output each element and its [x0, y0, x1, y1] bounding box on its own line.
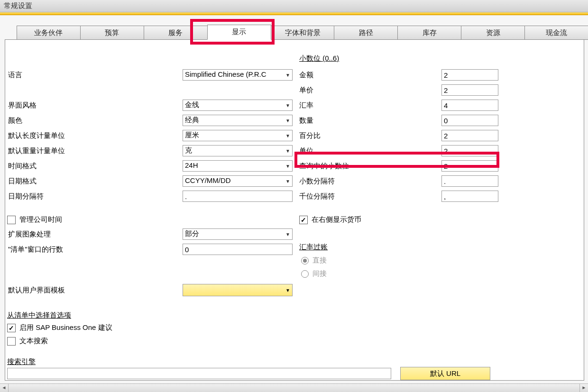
thou-sep-label: 千位分隔符 [299, 192, 441, 201]
tab-resource[interactable]: 资源 [461, 26, 525, 40]
dec-price-input[interactable] [441, 84, 498, 96]
date-format-label: 日期格式 [7, 177, 183, 186]
manage-company-time-checkbox[interactable] [7, 216, 16, 224]
chevron-down-icon: ▼ [285, 133, 290, 138]
radio-direct-label: 直接 [312, 256, 327, 265]
text-search-label: 文本搜索 [19, 337, 48, 346]
time-format-combo[interactable]: 24H▼ [183, 160, 293, 172]
horizontal-scrollbar[interactable]: ◄ ► [0, 383, 588, 392]
date-sep-input[interactable] [183, 191, 293, 202]
ext-img-label: 扩展图象处理 [7, 230, 183, 239]
display-panel: 语言 Simplified Chinese (P.R.C▼ 界面风格 金线▼ 颜… [5, 39, 584, 381]
scroll-left-icon[interactable]: ◄ [0, 384, 9, 392]
preferences-heading: 从清单中选择首选项 [7, 311, 71, 320]
tab-budget[interactable]: 预算 [80, 26, 144, 40]
color-combo[interactable]: 经典▼ [183, 115, 293, 126]
list-rows-input[interactable] [183, 244, 293, 255]
dec-query-input[interactable] [441, 160, 498, 172]
tab-inventory[interactable]: 库存 [397, 26, 461, 40]
dec-units-label: 单位 [299, 146, 441, 155]
tab-bar: 业务伙伴 预算 服务 显示 字体和背景 路径 库存 资源 现金流 [0, 26, 588, 40]
dec-sep-label: 小数分隔符 [299, 177, 441, 186]
weight-unit-combo[interactable]: 克▼ [183, 145, 293, 156]
dec-pct-label: 百分比 [299, 131, 441, 140]
dec-rate-label: 汇率 [299, 101, 441, 110]
dec-price-label: 单价 [299, 86, 441, 95]
window-title-bar: 常规设置 [0, 0, 588, 12]
general-settings-window: 常规设置 业务伙伴 预算 服务 显示 字体和背景 路径 库存 资源 现金流 语言… [0, 0, 588, 392]
scroll-right-icon[interactable]: ► [579, 384, 588, 392]
dec-amount-label: 金额 [299, 71, 441, 80]
tab-display[interactable]: 显示 [207, 25, 271, 40]
dec-amount-input[interactable] [441, 69, 498, 81]
exchange-rate-posting-heading: 汇率过账 [299, 243, 328, 252]
show-currency-right-checkbox[interactable] [299, 216, 308, 224]
language-combo[interactable]: Simplified Chinese (P.R.C▼ [183, 69, 293, 81]
chevron-down-icon: ▼ [285, 118, 290, 123]
radio-indirect-label: 间接 [312, 269, 327, 278]
length-unit-combo[interactable]: 厘米▼ [183, 130, 293, 141]
length-unit-label: 默认长度计量单位 [7, 131, 183, 140]
show-currency-right-label: 在右侧显示货币 [312, 215, 361, 224]
color-label: 颜色 [7, 116, 183, 125]
window-title: 常规设置 [4, 1, 32, 9]
tab-cashflow[interactable]: 现金流 [524, 26, 588, 40]
language-label: 语言 [7, 71, 183, 80]
date-sep-label: 日期分隔符 [7, 192, 183, 201]
radio-indirect[interactable] [301, 270, 309, 278]
chevron-down-icon: ▼ [285, 288, 290, 293]
date-format-combo[interactable]: CCYY/MM/DD▼ [183, 175, 293, 187]
chevron-down-icon: ▼ [285, 232, 290, 237]
tab-service[interactable]: 服务 [144, 26, 208, 40]
accent-strip [0, 12, 588, 15]
chevron-down-icon: ▼ [285, 179, 290, 184]
chevron-down-icon: ▼ [285, 73, 290, 78]
default-url-button[interactable]: 默认 URL [400, 367, 490, 380]
text-search-checkbox[interactable] [7, 337, 16, 346]
dec-qty-label: 数量 [299, 116, 441, 125]
decimals-heading[interactable]: 小数位 (0..6) [299, 54, 339, 63]
enable-sap-suggestion-label: 启用 SAP Business One 建议 [19, 323, 112, 332]
dec-sep-input[interactable] [441, 175, 498, 187]
ui-template-label: 默认用户界面模板 [7, 286, 183, 295]
search-engine-input[interactable] [7, 368, 391, 379]
skin-label: 界面风格 [7, 101, 183, 110]
dec-rate-input[interactable] [441, 100, 498, 111]
chevron-down-icon: ▼ [285, 103, 290, 108]
tab-path[interactable]: 路径 [334, 26, 398, 40]
tab-font-background[interactable]: 字体和背景 [271, 26, 335, 40]
dec-units-input[interactable] [441, 145, 498, 156]
dec-query-label: 查询中的小数位 [299, 162, 441, 171]
weight-unit-label: 默认重量计量单位 [7, 146, 183, 155]
list-rows-label: "清单"窗口的行数 [7, 245, 183, 254]
ui-template-combo[interactable]: ▼ [183, 284, 293, 296]
radio-direct[interactable] [301, 257, 309, 264]
manage-company-time-label: 管理公司时间 [19, 215, 62, 224]
ext-img-combo[interactable]: 部分▼ [183, 228, 293, 240]
search-engine-heading: 搜索引擎 [7, 357, 36, 366]
enable-sap-suggestion-checkbox[interactable] [7, 324, 16, 332]
dec-pct-input[interactable] [441, 130, 498, 141]
thou-sep-input[interactable] [441, 191, 498, 202]
tab-business-partner[interactable]: 业务伙伴 [17, 26, 81, 40]
dec-qty-input[interactable] [441, 115, 498, 126]
chevron-down-icon: ▼ [285, 164, 290, 169]
time-format-label: 时间格式 [7, 162, 183, 171]
skin-combo[interactable]: 金线▼ [183, 100, 293, 111]
chevron-down-icon: ▼ [285, 148, 290, 154]
